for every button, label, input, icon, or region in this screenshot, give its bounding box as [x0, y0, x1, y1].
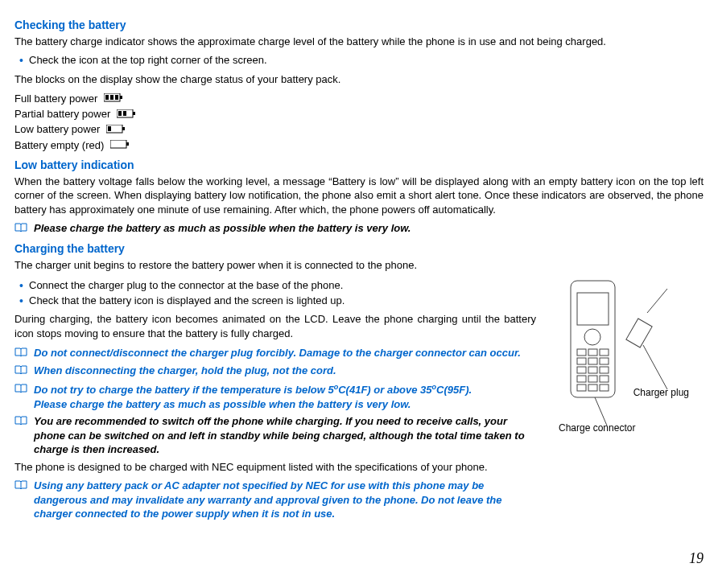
svg-rect-23: [577, 349, 586, 356]
note-text: Using any battery pack or AC adapter not…: [34, 479, 536, 521]
book-icon: [14, 364, 27, 379]
svg-point-22: [584, 329, 600, 345]
svg-rect-24: [588, 349, 597, 356]
svg-rect-26: [577, 358, 586, 364]
bullet-check-display: Check that the battery icon is displayed…: [14, 294, 536, 308]
svg-rect-4: [115, 95, 118, 100]
svg-rect-35: [577, 384, 586, 391]
line-empty-battery: Battery empty (red): [14, 138, 704, 153]
svg-rect-33: [588, 376, 597, 382]
svg-line-39: [647, 289, 667, 313]
svg-rect-34: [600, 376, 609, 382]
book-icon: [14, 415, 27, 430]
note-text: Do not connect/disconnect the charger pl…: [34, 346, 521, 360]
battery-low-icon: [106, 123, 126, 138]
svg-rect-13: [126, 142, 129, 146]
label-partial: Partial battery power: [14, 108, 110, 120]
svg-rect-1: [120, 96, 122, 99]
bullet-check-icon: Check the icon at the top right corner o…: [14, 53, 704, 68]
battery-full-icon: [104, 92, 123, 106]
svg-rect-8: [123, 111, 126, 116]
svg-rect-12: [110, 140, 126, 148]
svg-rect-25: [600, 349, 609, 356]
svg-rect-3: [110, 95, 113, 100]
svg-rect-30: [588, 367, 597, 373]
phone-illustration-icon: [547, 277, 699, 438]
line-full-battery: Full battery power: [14, 92, 704, 106]
text-during-charging: During charging, the battery icon become…: [14, 312, 536, 340]
svg-rect-2: [105, 95, 109, 100]
note-charge-low: Please charge the battery as much as pos…: [14, 221, 704, 236]
book-icon: [14, 383, 27, 397]
svg-rect-32: [577, 376, 586, 382]
bullet-list-check: Check the icon at the top right corner o…: [14, 53, 704, 68]
svg-rect-31: [600, 367, 609, 373]
text-charging-intro: The charger unit begins to restore the b…: [14, 258, 704, 273]
book-icon: [14, 222, 27, 236]
svg-rect-28: [600, 358, 609, 364]
svg-rect-6: [133, 112, 135, 115]
bullet-list-charging: Connect the charger plug to the connecto…: [14, 278, 536, 307]
svg-rect-36: [588, 384, 597, 391]
heading-checking-battery: Checking the battery: [14, 18, 704, 33]
label-charge-connector: Charge connector: [559, 421, 635, 434]
battery-partial-icon: [117, 108, 136, 122]
heading-low-battery: Low battery indication: [14, 158, 704, 173]
note-text: You are recommended to switch off the ph…: [34, 414, 536, 457]
note-forcibly: Do not connect/disconnect the charger pl…: [14, 346, 536, 361]
note-temperature: Do not try to charge the battery if the …: [14, 382, 536, 411]
bullet-connect: Connect the charger plug to the connecto…: [14, 278, 536, 293]
text-blocks: The blocks on the display show the charg…: [14, 72, 704, 87]
svg-rect-27: [588, 358, 597, 364]
book-icon: [14, 479, 27, 494]
svg-rect-37: [600, 384, 609, 391]
svg-rect-21: [577, 293, 609, 325]
line-partial-battery: Partial battery power: [14, 107, 704, 121]
svg-rect-10: [122, 127, 125, 130]
svg-line-40: [643, 345, 667, 389]
svg-rect-7: [118, 111, 122, 116]
text-designed: The phone is designed to be charged with…: [14, 460, 536, 475]
note-switch-off: You are recommended to switch off the ph…: [14, 414, 536, 457]
svg-rect-29: [577, 367, 586, 373]
heading-charging: Charging the battery: [14, 241, 704, 257]
phone-diagram: Charger plug Charge connector: [543, 277, 704, 438]
label-charger-plug: Charger plug: [633, 388, 689, 398]
battery-empty-icon: [110, 138, 130, 153]
label-full: Full battery power: [14, 93, 97, 105]
label-low: Low battery power: [14, 123, 100, 135]
svg-rect-38: [626, 319, 652, 347]
svg-rect-11: [108, 126, 111, 131]
page-number: 19: [14, 549, 704, 568]
note-text: Do not try to charge the battery if the …: [34, 382, 472, 411]
note-text: When disconnecting the charger, hold the…: [34, 364, 336, 378]
note-warranty: Using any battery pack or AC adapter not…: [14, 479, 536, 521]
note-text: Please charge the battery as much as pos…: [34, 221, 411, 236]
text-intro: The battery charge indicator shows the a…: [14, 35, 704, 49]
line-low-battery: Low battery power: [14, 122, 704, 137]
text-low-body: When the battery voltage falls below the…: [14, 175, 704, 217]
note-hold-plug: When disconnecting the charger, hold the…: [14, 364, 536, 379]
label-empty: Battery empty (red): [14, 139, 104, 151]
book-icon: [14, 347, 27, 361]
